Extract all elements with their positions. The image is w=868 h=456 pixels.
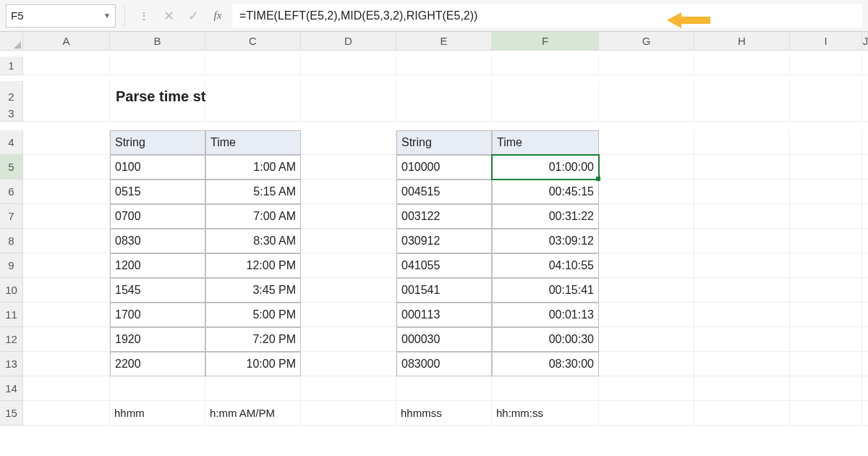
row-header-8[interactable]: 8	[0, 229, 23, 253]
select-all-corner[interactable]	[0, 32, 23, 51]
cell-F8[interactable]: 03:09:12	[492, 229, 599, 253]
cell-E13[interactable]: 083000	[396, 352, 492, 376]
cell-D1[interactable]	[301, 56, 396, 75]
cell-I11[interactable]	[790, 303, 862, 327]
cell-B10[interactable]: 1545	[110, 278, 205, 303]
cell-E5[interactable]: 010000	[396, 155, 492, 180]
cell-J12[interactable]	[862, 327, 868, 352]
cell-B6[interactable]: 0515	[110, 180, 205, 204]
cell-F11[interactable]: 00:01:13	[492, 303, 599, 327]
cell-F7[interactable]: 00:31:22	[492, 204, 599, 229]
cell-B14[interactable]	[110, 376, 205, 401]
cell-F9[interactable]: 04:10:55	[492, 253, 599, 278]
cell-G6[interactable]	[599, 180, 694, 204]
cell-D14[interactable]	[301, 376, 396, 401]
cell-C11[interactable]: 5:00 PM	[205, 303, 301, 327]
cell-A3[interactable]	[23, 106, 110, 122]
cell-E15[interactable]: hhmmss	[396, 401, 492, 426]
cell-J6[interactable]	[862, 180, 868, 204]
cell-H1[interactable]	[694, 56, 790, 75]
row-header-1[interactable]: 1	[0, 56, 23, 75]
cell-J15[interactable]	[862, 401, 868, 426]
cell-G5[interactable]	[599, 155, 694, 180]
col-header-E[interactable]: E	[396, 32, 492, 51]
cell-G4[interactable]	[599, 130, 694, 155]
formula-input[interactable]: =TIME(LEFT(E5,2),MID(E5,3,2),RIGHT(E5,2)…	[232, 4, 862, 28]
cell-B4[interactable]: String	[110, 130, 205, 155]
dropdown-icon[interactable]: ▼	[103, 12, 111, 20]
cell-G3[interactable]	[599, 106, 694, 122]
cell-B3[interactable]	[110, 106, 205, 122]
cell-C12[interactable]: 7:20 PM	[205, 327, 301, 352]
cell-E8[interactable]: 030912	[396, 229, 492, 253]
cell-D7[interactable]	[301, 204, 396, 229]
cell-J9[interactable]	[862, 253, 868, 278]
fx-icon[interactable]: fx	[208, 6, 228, 26]
cell-F4[interactable]: Time	[492, 130, 599, 155]
cell-H3[interactable]	[694, 106, 790, 122]
more-icon[interactable]: ⋮	[134, 6, 154, 26]
cell-D3[interactable]	[301, 106, 396, 122]
cell-C4[interactable]: Time	[205, 130, 301, 155]
cell-C14[interactable]	[205, 376, 301, 401]
cell-C9[interactable]: 12:00 PM	[205, 253, 301, 278]
cell-C7[interactable]: 7:00 AM	[205, 204, 301, 229]
col-header-G[interactable]: G	[599, 32, 694, 51]
cell-J5[interactable]	[862, 155, 868, 180]
cell-D15[interactable]	[301, 401, 396, 426]
cell-G10[interactable]	[599, 278, 694, 303]
col-header-F[interactable]: F	[492, 32, 599, 51]
cell-A7[interactable]	[23, 204, 110, 229]
cell-B1[interactable]	[110, 56, 205, 75]
cell-A12[interactable]	[23, 327, 110, 352]
cell-E3[interactable]	[396, 106, 492, 122]
col-header-A[interactable]: A	[23, 32, 110, 51]
cell-D5[interactable]	[301, 155, 396, 180]
col-header-I[interactable]: I	[790, 32, 862, 51]
cell-J8[interactable]	[862, 229, 868, 253]
row-header-15[interactable]: 15	[0, 401, 23, 426]
col-header-H[interactable]: H	[694, 32, 790, 51]
cell-E14[interactable]	[396, 376, 492, 401]
row-header-5[interactable]: 5	[0, 155, 23, 180]
cell-E11[interactable]: 000113	[396, 303, 492, 327]
cell-D9[interactable]	[301, 253, 396, 278]
row-header-11[interactable]: 11	[0, 303, 23, 327]
cell-C15[interactable]: h:mm AM/PM	[205, 401, 301, 426]
cell-H11[interactable]	[694, 303, 790, 327]
cell-C6[interactable]: 5:15 AM	[205, 180, 301, 204]
cell-I14[interactable]	[790, 376, 862, 401]
cell-C13[interactable]: 10:00 PM	[205, 352, 301, 376]
cell-I1[interactable]	[790, 56, 862, 75]
cell-B12[interactable]: 1920	[110, 327, 205, 352]
cell-G7[interactable]	[599, 204, 694, 229]
cell-G9[interactable]	[599, 253, 694, 278]
cell-I8[interactable]	[790, 229, 862, 253]
cell-E1[interactable]	[396, 56, 492, 75]
cell-H12[interactable]	[694, 327, 790, 352]
row-header-7[interactable]: 7	[0, 204, 23, 229]
cell-D13[interactable]	[301, 352, 396, 376]
cell-G1[interactable]	[599, 56, 694, 75]
cell-B7[interactable]: 0700	[110, 204, 205, 229]
cancel-icon[interactable]: ✕	[158, 6, 179, 26]
cell-A13[interactable]	[23, 352, 110, 376]
cell-H8[interactable]	[694, 229, 790, 253]
cell-D12[interactable]	[301, 327, 396, 352]
row-header-3[interactable]: 3	[0, 106, 23, 122]
cell-G11[interactable]	[599, 303, 694, 327]
cell-A14[interactable]	[23, 376, 110, 401]
cell-I7[interactable]	[790, 204, 862, 229]
cell-E12[interactable]: 000030	[396, 327, 492, 352]
cell-A10[interactable]	[23, 278, 110, 303]
cell-A6[interactable]	[23, 180, 110, 204]
cell-D10[interactable]	[301, 278, 396, 303]
cell-A5[interactable]	[23, 155, 110, 180]
cell-G14[interactable]	[599, 376, 694, 401]
row-header-14[interactable]: 14	[0, 376, 23, 401]
cell-I6[interactable]	[790, 180, 862, 204]
cell-F6[interactable]: 00:45:15	[492, 180, 599, 204]
cell-F10[interactable]: 00:15:41	[492, 278, 599, 303]
cell-F5[interactable]: 01:00:00	[492, 155, 599, 180]
cell-F12[interactable]: 00:00:30	[492, 327, 599, 352]
